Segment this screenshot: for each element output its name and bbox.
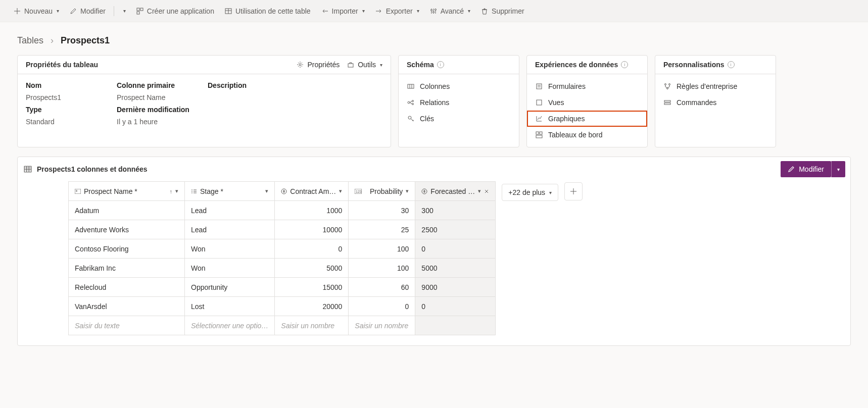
exp-graphiques[interactable]: Graphiques [527, 111, 647, 127]
cell-name[interactable]: VanArsdel [69, 297, 185, 316]
nouveau-button[interactable]: Nouveau ▾ [9, 3, 63, 19]
cell-contract[interactable]: 0 [275, 239, 349, 259]
dashboard-icon [535, 131, 543, 139]
breadcrumb-root[interactable]: Tables [17, 35, 43, 46]
table-row[interactable]: AdatumLead100030300 [69, 201, 496, 220]
table-row[interactable]: Contoso FlooringWon01000 [69, 239, 496, 259]
chevron-down-icon: ▾ [380, 62, 382, 68]
cell-stage-input[interactable]: Sélectionner une optio… [185, 316, 275, 335]
data-section: Prospects1 colonnes et données Modifier … [17, 157, 851, 346]
cell-name[interactable]: Relecloud [69, 278, 185, 297]
commands-icon [663, 98, 671, 107]
creer-app-button[interactable]: Créer une application [132, 3, 218, 19]
exporter-button[interactable]: Exporter ▾ [371, 3, 423, 19]
col-header-contract[interactable]: Contract Am… ▾ [275, 182, 349, 201]
cell-prob[interactable]: 60 [349, 278, 415, 297]
value-derniere-modif: Il y a 1 heure [117, 118, 208, 126]
schema-cles[interactable]: Clés [399, 111, 519, 127]
schema-title: Schéma [407, 61, 434, 69]
cell-prob-input[interactable]: Saisir un nombre [349, 316, 415, 335]
exp-formulaires[interactable]: Formulaires [527, 78, 647, 94]
exp-vues[interactable]: Vues [527, 94, 647, 111]
table-row-new[interactable]: Saisir du texteSélectionner une optio…Sa… [69, 316, 496, 335]
modifier-data-button[interactable]: Modifier [781, 161, 831, 177]
table-row[interactable]: VanArsdelLost2000000 [69, 297, 496, 316]
cell-forecast[interactable]: 5000 [415, 259, 496, 278]
info-icon[interactable]: i [437, 61, 444, 68]
cell-stage[interactable]: Won [185, 259, 275, 278]
table-row[interactable]: Adventure WorksLead10000252500 [69, 220, 496, 239]
schema-relations[interactable]: Relations [399, 94, 519, 111]
utilisation-label: Utilisation de cette table [235, 7, 311, 15]
cell-stage[interactable]: Won [185, 239, 275, 259]
more-columns-button[interactable]: +22 de plus ▾ [502, 184, 558, 201]
cell-prob[interactable]: 100 [349, 259, 415, 278]
table-usage-icon [224, 7, 232, 15]
separator [114, 6, 114, 16]
cell-prob[interactable]: 25 [349, 220, 415, 239]
cell-contract[interactable]: 15000 [275, 278, 349, 297]
avance-button[interactable]: Avancé ▾ [425, 3, 474, 19]
cell-forecast[interactable]: 300 [415, 201, 496, 220]
app-icon [136, 7, 144, 15]
cell-name[interactable]: Adventure Works [69, 220, 185, 239]
importer-button[interactable]: Importer ▾ [317, 3, 369, 19]
chevron-down-icon: ▾ [837, 167, 840, 172]
col-header-prob[interactable]: 123 Probability ▾ [349, 182, 415, 201]
modifier-data-dropdown[interactable]: ▾ [831, 161, 845, 177]
pers-commandes[interactable]: Commandes [655, 94, 776, 111]
add-column-button[interactable] [564, 182, 583, 200]
data-section-title: Prospects1 colonnes et données [37, 165, 148, 173]
modifier-dropdown[interactable]: ▾ [118, 3, 130, 19]
cell-forecast[interactable]: 0 [415, 239, 496, 259]
col-header-forecast[interactable]: Forecasted … ▾ [415, 182, 496, 201]
exp-tableaux[interactable]: Tableaux de bord [527, 127, 647, 143]
cell-forecast[interactable]: 2500 [415, 220, 496, 239]
cell-forecast[interactable]: 9000 [415, 278, 496, 297]
svg-point-5 [432, 11, 434, 13]
text-type-icon [75, 189, 81, 194]
cell-forecast[interactable]: 0 [415, 297, 496, 316]
svg-point-6 [435, 9, 436, 10]
supprimer-button[interactable]: Supprimer [476, 3, 528, 19]
svg-rect-15 [537, 100, 542, 105]
cell-contract[interactable]: 5000 [275, 259, 349, 278]
cell-contract[interactable]: 20000 [275, 297, 349, 316]
cell-contract[interactable]: 1000 [275, 201, 349, 220]
view-icon [535, 98, 543, 107]
outils-action[interactable]: Outils ▾ [347, 61, 382, 69]
table-row[interactable]: Fabrikam IncWon50001005000 [69, 259, 496, 278]
cell-name[interactable]: Contoso Flooring [69, 239, 185, 259]
cell-prob[interactable]: 30 [349, 201, 415, 220]
cell-stage[interactable]: Opportunity [185, 278, 275, 297]
svg-point-20 [669, 84, 670, 85]
col-header-stage[interactable]: Stage * ▾ [185, 182, 275, 201]
svg-rect-18 [536, 135, 542, 138]
col-header-name[interactable]: Prospect Name * ↑ ▾ [69, 182, 185, 201]
schema-colonnes[interactable]: Colonnes [399, 78, 519, 94]
svg-rect-25 [75, 189, 81, 194]
info-icon[interactable]: i [621, 61, 628, 68]
cell-stage[interactable]: Lead [185, 220, 275, 239]
cell-name[interactable]: Adatum [69, 201, 185, 220]
chevron-down-icon: ▾ [417, 8, 419, 14]
properties-action[interactable]: Propriétés [296, 61, 340, 69]
pers-regles[interactable]: Règles d'entreprise [655, 78, 776, 94]
cell-contract[interactable]: 10000 [275, 220, 349, 239]
sliders-icon [429, 7, 438, 15]
cell-name[interactable]: Fabrikam Inc [69, 259, 185, 278]
cell-prob[interactable]: 100 [349, 239, 415, 259]
cell-prob[interactable]: 0 [349, 297, 415, 316]
table-icon [24, 165, 32, 173]
cell-contract-input[interactable]: Saisir un nombre [275, 316, 349, 335]
utilisation-button[interactable]: Utilisation de cette table [220, 3, 315, 19]
info-icon[interactable]: i [728, 61, 735, 68]
cell-name-input[interactable]: Saisir du texte [69, 316, 185, 335]
table-row[interactable]: RelecloudOpportunity15000609000 [69, 278, 496, 297]
export-icon [375, 7, 383, 15]
creer-app-label: Créer une application [147, 7, 214, 15]
formula-icon [484, 189, 489, 194]
cell-stage[interactable]: Lead [185, 201, 275, 220]
cell-stage[interactable]: Lost [185, 297, 275, 316]
modifier-button[interactable]: Modifier [65, 3, 110, 19]
